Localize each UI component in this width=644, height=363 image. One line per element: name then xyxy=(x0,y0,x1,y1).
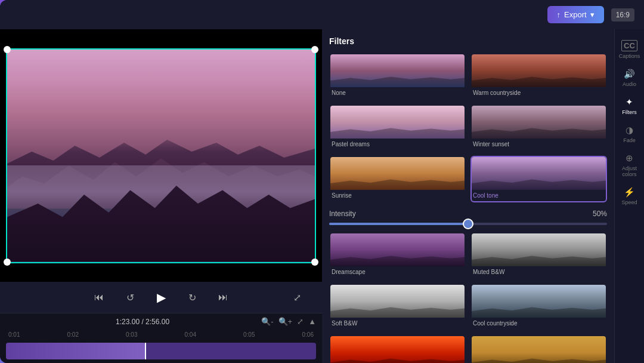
filter-pastel-dreams-thumb xyxy=(330,106,465,139)
filters-content: Filters None Warm countryside Pastel dre… xyxy=(322,29,644,363)
video-frame xyxy=(6,48,316,263)
filters-icon: ✦ xyxy=(626,97,633,107)
audio-button[interactable]: 🔊 Audio xyxy=(615,64,644,92)
time-mark-1: 0:01 xyxy=(8,331,20,338)
timeline-area: 1:23.00 / 2:56.00 🔍- 🔍+ ⤢ ▲ 0:01 0:02 xyxy=(0,313,322,363)
export-button[interactable]: ↑ Export ▾ xyxy=(547,6,604,23)
speed-label: Speed xyxy=(621,199,637,205)
filter-cool-tone-thumb xyxy=(472,157,606,190)
collapse-button[interactable]: ▲ xyxy=(308,317,316,326)
filter-winter-sunset[interactable]: Winter sunset xyxy=(470,104,607,151)
filters-button[interactable]: ✦ Filters xyxy=(615,92,644,120)
fit-timeline-button[interactable]: ⤢ xyxy=(297,317,304,326)
captions-button[interactable]: CC Captions xyxy=(615,35,644,64)
filter-none[interactable]: None xyxy=(329,53,466,100)
filter-soft-bw-thumb xyxy=(330,285,465,318)
filter-sunrise[interactable]: Sunrise xyxy=(329,156,466,202)
filter-dreamscape-thumb xyxy=(330,233,465,266)
rewind-button[interactable]: ↺ xyxy=(120,288,140,307)
playback-controls: ⏮ ↺ ▶ ↻ ⏭ ⤢ xyxy=(0,282,322,313)
filter-muted-bw-thumb xyxy=(472,233,606,266)
captions-label: Captions xyxy=(619,53,640,59)
time-mark-2: 0:02 xyxy=(67,331,79,338)
adjust-colors-label: Adjust colors xyxy=(617,165,642,177)
filter-soft-bw[interactable]: Soft B&W xyxy=(329,284,466,330)
intensity-value: 50% xyxy=(593,210,607,218)
resize-handle-tl[interactable] xyxy=(4,46,11,53)
timeline-progress xyxy=(6,343,145,359)
filter-pastel-dreams[interactable]: Pastel dreams xyxy=(329,104,466,151)
filter-muted-bw[interactable]: Muted B&W xyxy=(470,232,607,279)
time-mark-4: 0:04 xyxy=(185,331,196,338)
filter-sunrise-thumb xyxy=(330,157,465,190)
filter-deep-fried-thumb xyxy=(330,336,465,363)
time-mark-3: 0:03 xyxy=(126,331,137,338)
filter-muted-bw-label: Muted B&W xyxy=(472,266,606,278)
top-bar: ↑ Export ▾ 16:9 xyxy=(0,0,644,29)
filter-soft-bw-label: Soft B&W xyxy=(330,318,465,329)
video-thumbnail xyxy=(7,50,315,262)
fade-label: Fade xyxy=(623,137,636,143)
filters-grid-2: Dreamscape Muted B&W Soft B&W Cool count… xyxy=(329,232,607,363)
filter-golden-thumb xyxy=(472,336,606,363)
audio-label: Audio xyxy=(623,81,636,87)
filters-panel: Filters None Warm countryside Pastel dre… xyxy=(322,29,614,363)
panel-title: Filters xyxy=(329,36,607,46)
filter-dreamscape[interactable]: Dreamscape xyxy=(329,232,466,279)
total-time: 2:56.00 xyxy=(145,318,169,326)
play-button[interactable]: ▶ xyxy=(151,288,171,307)
aspect-ratio-badge: 16:9 xyxy=(611,8,634,21)
filter-cool-countryside-thumb xyxy=(472,285,606,318)
filters-grid: None Warm countryside Pastel dreams Wint… xyxy=(329,53,607,202)
resize-handle-br[interactable] xyxy=(311,259,318,266)
filter-sunrise-label: Sunrise xyxy=(330,190,465,201)
filter-golden[interactable]: Golden xyxy=(470,335,607,363)
time-mark-6: 0:06 xyxy=(302,331,314,338)
filter-dreamscape-label: Dreamscape xyxy=(330,266,465,278)
audio-icon: 🔊 xyxy=(624,69,635,79)
current-time: 1:23.00 xyxy=(116,318,140,326)
timeline-ruler: 0:01 0:02 0:03 0:04 0:05 0:06 xyxy=(6,328,316,340)
fade-button[interactable]: ◑ Fade xyxy=(615,120,644,148)
export-label: Export xyxy=(564,10,587,19)
filter-winter-sunset-thumb xyxy=(472,106,606,139)
fade-icon: ◑ xyxy=(626,125,633,136)
skip-back-button[interactable]: ⏮ xyxy=(89,288,109,307)
filter-none-label: None xyxy=(330,87,465,99)
fullscreen-button[interactable]: ⤢ xyxy=(287,288,306,307)
resize-handle-tr[interactable] xyxy=(311,46,318,53)
intensity-thumb[interactable] xyxy=(463,219,473,229)
filter-warm-countryside[interactable]: Warm countryside xyxy=(470,53,607,100)
speed-icon: ⚡ xyxy=(624,187,635,198)
adjust-colors-icon: ⊕ xyxy=(626,153,633,164)
filter-winter-sunset-label: Winter sunset xyxy=(472,139,606,150)
filter-warm-countryside-label: Warm countryside xyxy=(472,87,606,99)
filter-cool-tone[interactable]: Cool tone xyxy=(470,156,607,202)
export-icon: ↑ xyxy=(557,10,561,19)
fast-forward-button[interactable]: ↻ xyxy=(182,288,202,307)
skip-forward-button[interactable]: ⏭ xyxy=(213,288,233,307)
intensity-section: Intensity 50% xyxy=(329,210,607,225)
filter-warm-countryside-thumb xyxy=(472,54,606,87)
filter-cool-countryside[interactable]: Cool countryside xyxy=(470,284,607,330)
filter-cool-tone-label: Cool tone xyxy=(472,190,606,201)
time-mark-5: 0:05 xyxy=(243,331,255,338)
intensity-label: Intensity xyxy=(329,210,356,218)
captions-icon: CC xyxy=(621,40,637,51)
filters-label: Filters xyxy=(622,109,637,115)
filter-cool-countryside-label: Cool countryside xyxy=(472,318,606,329)
filter-pastel-dreams-label: Pastel dreams xyxy=(330,139,465,150)
resize-handle-bl[interactable] xyxy=(4,259,11,266)
speed-button[interactable]: ⚡ Speed xyxy=(615,182,644,210)
zoom-out-button[interactable]: 🔍- xyxy=(261,317,273,326)
intensity-slider[interactable] xyxy=(329,223,607,225)
zoom-in-button[interactable]: 🔍+ xyxy=(278,317,293,326)
timeline-track[interactable] xyxy=(6,343,316,359)
icons-panel: CC Captions 🔊 Audio ✦ Filters ◑ Fade ⊕ xyxy=(614,29,644,363)
adjust-colors-button[interactable]: ⊕ Adjust colors xyxy=(615,148,644,182)
filter-deep-fried[interactable]: Deep fried xyxy=(329,335,466,363)
video-preview xyxy=(0,29,322,282)
filter-none-thumb xyxy=(330,54,465,87)
timeline-playhead[interactable] xyxy=(145,343,146,359)
export-chevron-icon: ▾ xyxy=(590,10,595,19)
